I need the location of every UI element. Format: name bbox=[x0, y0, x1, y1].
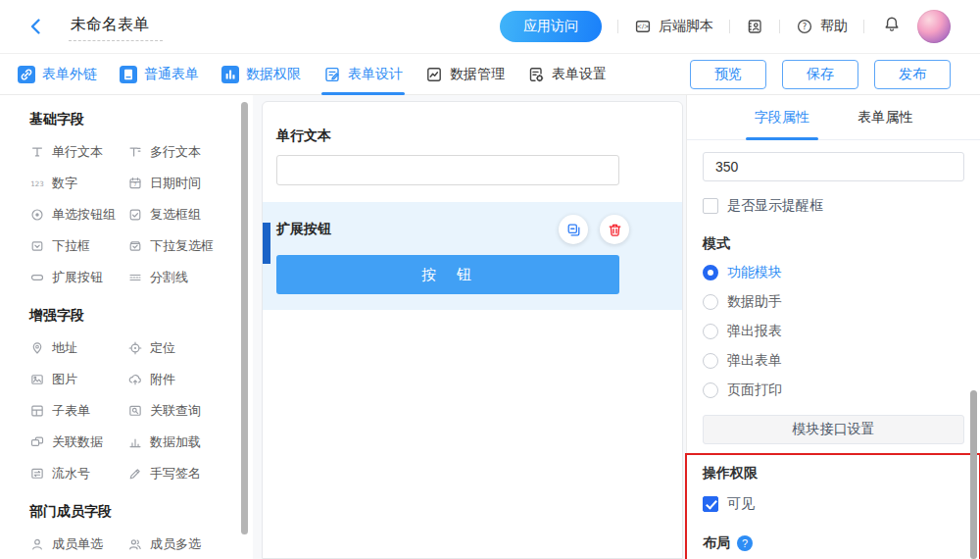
tab-data-permission[interactable]: 数据权限 bbox=[221, 54, 301, 95]
preview-button[interactable]: 预览 bbox=[690, 60, 766, 89]
basic-fields-grid: 单行文本 多行文本 数字 日期时间 单选按钮组 复选框组 下拉框 下拉复选框 扩… bbox=[29, 136, 253, 293]
layout-title-row: 布局 ? bbox=[703, 534, 965, 552]
dropdown-icon bbox=[29, 238, 45, 254]
form-settings-icon bbox=[527, 66, 545, 83]
operation-permission-title: 操作权限 bbox=[703, 465, 965, 483]
canvas-area: 单行文本 扩展按钮 按 钮 bbox=[253, 95, 683, 559]
tab-field-properties[interactable]: 字段属性 bbox=[755, 95, 809, 139]
selected-block-header: 扩展按钮 bbox=[276, 215, 629, 244]
chart-bars-icon bbox=[127, 434, 143, 450]
extend-button-preview[interactable]: 按 钮 bbox=[276, 255, 619, 294]
header-actions: 应用访问 后端脚本 帮助 bbox=[500, 10, 951, 43]
sidebar-item-linked-data[interactable]: 关联数据 bbox=[29, 427, 127, 458]
field-library-sidebar: 基础字段 单行文本 多行文本 数字 日期时间 单选按钮组 复选框组 下拉框 下拉… bbox=[0, 95, 253, 559]
visible-checkbox[interactable] bbox=[703, 496, 718, 512]
reminder-checkbox-row[interactable]: 是否显示提醒框 bbox=[703, 197, 964, 215]
sidebar-item-extend-button[interactable]: 扩展按钮 bbox=[29, 262, 127, 293]
radio-selected[interactable] bbox=[703, 265, 718, 280]
bell-icon bbox=[882, 15, 902, 34]
sidebar-item-divider[interactable]: 分割线 bbox=[127, 262, 253, 293]
backend-script-button[interactable]: 后端脚本 bbox=[634, 18, 713, 35]
sidebar-item-signature[interactable]: 手写签名 bbox=[127, 458, 253, 489]
sidebar-item-address[interactable]: 地址 bbox=[29, 332, 127, 364]
help-button[interactable]: 帮助 bbox=[796, 18, 848, 35]
trash-icon bbox=[607, 222, 623, 238]
contacts-button[interactable] bbox=[746, 18, 763, 35]
form-design-icon bbox=[323, 66, 341, 83]
radio[interactable] bbox=[703, 353, 718, 369]
mode-option-function-module[interactable]: 功能模块 bbox=[703, 262, 964, 282]
tab-data-manage[interactable]: 数据管理 bbox=[425, 54, 505, 95]
sidebar-item-radio-group[interactable]: 单选按钮组 bbox=[29, 199, 127, 230]
crosshair-icon bbox=[127, 340, 143, 356]
app-access-button[interactable]: 应用访问 bbox=[500, 11, 602, 42]
serial-icon bbox=[29, 466, 45, 482]
tab-form-design[interactable]: 表单设计 bbox=[323, 54, 403, 95]
sidebar-item-serial-number[interactable]: 流水号 bbox=[29, 458, 127, 489]
sidebar-item-member-multi[interactable]: 成员多选 bbox=[127, 529, 253, 559]
divider bbox=[617, 20, 618, 33]
notifications-button[interactable] bbox=[882, 15, 902, 38]
tab-label: 表单设置 bbox=[552, 66, 607, 83]
layout-help-icon[interactable]: ? bbox=[737, 535, 753, 551]
question-circle-icon bbox=[796, 18, 813, 35]
radio[interactable] bbox=[703, 294, 718, 310]
save-button[interactable]: 保存 bbox=[782, 60, 858, 89]
sidebar-item-single-line-text[interactable]: 单行文本 bbox=[29, 136, 127, 168]
mode-option-data-assistant[interactable]: 数据助手 bbox=[703, 291, 964, 312]
sidebar-item-checkbox-group[interactable]: 复选框组 bbox=[127, 199, 253, 230]
users-icon bbox=[127, 536, 143, 552]
sidebar-scrollbar[interactable] bbox=[241, 102, 248, 534]
sidebar-item-dropdown-multi[interactable]: 下拉复选框 bbox=[127, 230, 253, 262]
sidebar-item-dropdown[interactable]: 下拉框 bbox=[29, 230, 127, 262]
tab-form-settings[interactable]: 表单设置 bbox=[527, 54, 607, 95]
panel-scrollbar[interactable] bbox=[970, 390, 977, 559]
avatar[interactable] bbox=[917, 10, 951, 43]
single-line-text-input[interactable] bbox=[276, 155, 619, 185]
publish-button[interactable]: 发布 bbox=[874, 60, 951, 89]
sidebar-item-datetime[interactable]: 日期时间 bbox=[127, 168, 253, 199]
reminder-checkbox[interactable] bbox=[703, 198, 718, 214]
visible-label: 可见 bbox=[727, 495, 755, 513]
mode-section-title: 模式 bbox=[703, 235, 964, 253]
mode-option-popup-report[interactable]: 弹出报表 bbox=[703, 321, 964, 341]
image-icon bbox=[29, 372, 45, 387]
sidebar-item-member-single[interactable]: 成员单选 bbox=[29, 529, 127, 559]
sidebar-item-subform[interactable]: 子表单 bbox=[29, 395, 127, 427]
module-interface-settings-button[interactable]: 模块接口设置 bbox=[703, 415, 964, 444]
pill-button-icon bbox=[29, 270, 45, 285]
tab-normal-form[interactable]: 普通表单 bbox=[120, 54, 199, 95]
sidebar-item-attachment[interactable]: 附件 bbox=[127, 364, 253, 395]
sidebar-item-linked-query[interactable]: 关联查询 bbox=[127, 395, 253, 427]
visible-checkbox-row[interactable]: 可见 bbox=[703, 495, 965, 513]
contact-card-icon bbox=[746, 18, 763, 35]
tab-form-external-link[interactable]: 表单外链 bbox=[18, 54, 97, 95]
mode-option-page-print[interactable]: 页面打印 bbox=[703, 380, 964, 400]
subform-icon bbox=[29, 403, 45, 419]
radio[interactable] bbox=[703, 382, 718, 398]
section-title-enhanced-fields: 增强字段 bbox=[29, 307, 253, 325]
sidebar-item-locate[interactable]: 定位 bbox=[127, 332, 253, 364]
search-rect-icon bbox=[127, 403, 143, 419]
sidebar-item-image[interactable]: 图片 bbox=[29, 364, 127, 395]
code-icon bbox=[634, 18, 652, 35]
mode-option-popup-form[interactable]: 弹出表单 bbox=[703, 350, 964, 371]
field-width-input[interactable] bbox=[703, 152, 964, 181]
copy-button[interactable] bbox=[559, 215, 588, 244]
copy-icon bbox=[565, 222, 582, 238]
form-title[interactable]: 未命名表单 bbox=[69, 13, 163, 41]
delete-button[interactable] bbox=[600, 215, 629, 244]
section-title-basic-fields: 基础字段 bbox=[29, 111, 253, 128]
sidebar-item-multi-line-text[interactable]: 多行文本 bbox=[127, 136, 253, 168]
selected-extend-button-block[interactable]: 扩展按钮 按 钮 bbox=[263, 202, 682, 310]
tab-form-properties[interactable]: 表单属性 bbox=[858, 95, 912, 139]
document-icon bbox=[120, 66, 137, 83]
sidebar-item-number[interactable]: 数字 bbox=[29, 168, 127, 199]
back-button[interactable] bbox=[25, 16, 47, 37]
radio[interactable] bbox=[703, 324, 718, 339]
sidebar-item-data-load[interactable]: 数据加载 bbox=[127, 427, 253, 458]
enhanced-fields-grid: 地址 定位 图片 附件 子表单 关联查询 关联数据 数据加载 流水号 手写签名 bbox=[29, 332, 253, 489]
data-manage-icon bbox=[425, 66, 443, 83]
multi-line-text-icon bbox=[127, 144, 143, 160]
reminder-label: 是否显示提醒框 bbox=[727, 197, 823, 215]
